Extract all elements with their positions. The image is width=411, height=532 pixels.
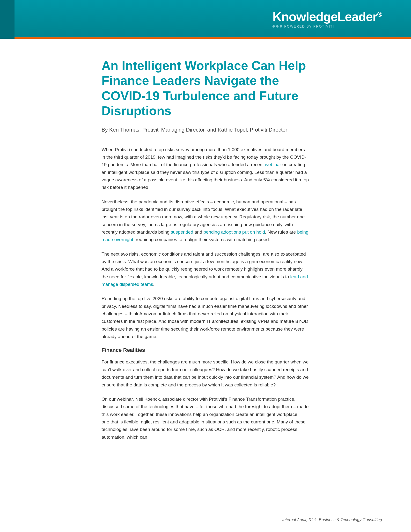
pending-adoptions-link[interactable]: pending adoptions put on hold — [204, 229, 265, 235]
suspended-link[interactable]: suspended — [171, 229, 193, 235]
left-accent-bar — [0, 0, 15, 39]
article-body: When Protiviti conducted a top risks sur… — [102, 146, 309, 441]
footer-text: Internal Audit, Risk, Business & Technol… — [282, 517, 382, 522]
section-paragraph-1: For finance executives, the challenges a… — [102, 358, 309, 388]
paragraph-4: Rounding up the top five 2020 risks are … — [102, 295, 309, 340]
brand-name-text: KnowledgeLeader — [272, 10, 377, 24]
brand-dot-3 — [280, 25, 282, 28]
brand-name: KnowledgeLeader® — [272, 10, 382, 23]
article-title: An Intelligent Workplace Can Help Financ… — [102, 58, 309, 118]
finance-realities-heading: Finance Realities — [102, 347, 309, 353]
page-header: KnowledgeLeader® POWERED BY PROTIVITI — [0, 0, 411, 39]
brand-registered: ® — [377, 11, 382, 18]
paragraph-1: When Protiviti conducted a top risks sur… — [102, 146, 309, 191]
lead-manage-link[interactable]: lead and manage dispersed teams — [102, 274, 308, 287]
brand-block: KnowledgeLeader® POWERED BY PROTIVITI — [272, 10, 382, 28]
paragraph-2: Nevertheless, the pandemic and its disru… — [102, 198, 309, 244]
powered-by-text: POWERED BY PROTIVITI — [284, 24, 334, 28]
brand-dots — [272, 25, 282, 28]
section-paragraph-2: On our webinar, Neil Koenck, associate d… — [102, 395, 309, 441]
webinar-link[interactable]: webinar — [265, 162, 281, 167]
brand-dot-1 — [272, 25, 275, 28]
paragraph-3: The next two risks, economic conditions … — [102, 250, 309, 288]
page-footer: Internal Audit, Risk, Business & Technol… — [282, 517, 382, 522]
article-byline: By Ken Thomas, Protiviti Managing Direct… — [102, 126, 309, 134]
brand-dot-2 — [276, 25, 279, 28]
main-content: An Intelligent Workplace Can Help Financ… — [73, 39, 338, 467]
brand-subtitle: POWERED BY PROTIVITI — [272, 24, 334, 28]
